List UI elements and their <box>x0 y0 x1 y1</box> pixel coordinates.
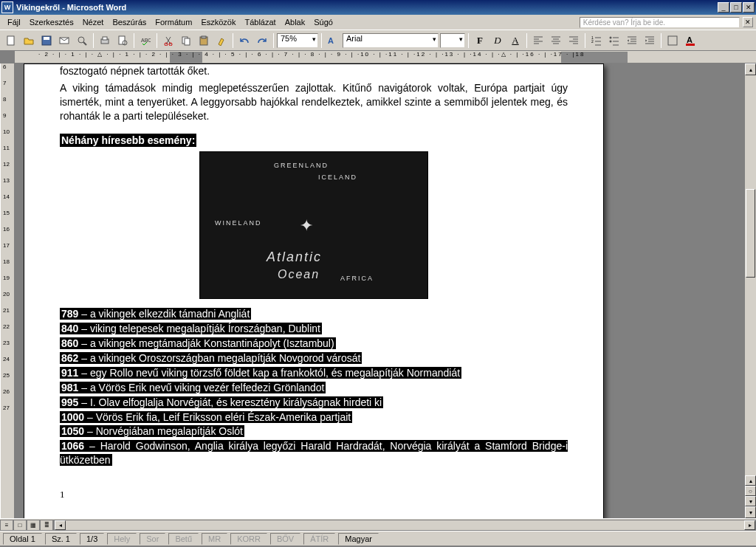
page-number-footer: 1 <box>60 488 568 501</box>
menu-edit[interactable]: Szerkesztés <box>25 16 78 28</box>
timeline-list: 789 – a vikingek elkezdik támadni Angliá… <box>60 307 568 467</box>
window-title: Vikingekről - Microsoft Word <box>16 3 718 12</box>
page: fosztogató népnek tartották őket. A viki… <box>24 63 604 518</box>
minimize-button[interactable]: _ <box>718 2 729 13</box>
zoom-select[interactable]: 75% <box>277 33 318 48</box>
align-center-icon <box>551 35 561 46</box>
menu-view[interactable]: Nézet <box>78 16 109 28</box>
svg-rect-8 <box>119 36 125 44</box>
open-button[interactable] <box>21 32 37 49</box>
close-button[interactable]: ✕ <box>743 2 755 13</box>
timeline-row: 981 – a Vörös Erik nevű viking vezér fel… <box>60 381 568 395</box>
web-view-button[interactable]: □ <box>13 520 27 531</box>
timeline-row: 860 – a vikingek megtámadják Konstantiná… <box>60 337 568 351</box>
scroll-up-button[interactable]: ▴ <box>745 63 756 75</box>
bullet-list-icon <box>609 35 619 46</box>
underline-button[interactable]: A <box>507 32 523 49</box>
print-preview-button[interactable] <box>114 32 131 49</box>
spellcheck-button[interactable]: ABC <box>137 32 154 49</box>
svg-line-5 <box>83 42 86 45</box>
increase-indent-button[interactable] <box>642 32 658 49</box>
doc-close-button[interactable]: ✕ <box>743 17 753 27</box>
help-question-input[interactable]: Kérdése van? Írja be ide. <box>580 17 740 28</box>
font-color-button[interactable]: A <box>682 32 698 49</box>
status-betu: Betű <box>168 533 199 545</box>
border-button[interactable] <box>664 32 681 49</box>
status-lang: Magyar <box>338 533 379 545</box>
paragraph: A viking támadások mindig meglepetésszer… <box>60 81 568 123</box>
menu-format[interactable]: Formátum <box>151 16 196 28</box>
scroll-thumb[interactable] <box>746 189 755 278</box>
bold-button[interactable]: F <box>472 32 488 49</box>
next-page-button[interactable]: ▾ <box>745 496 756 506</box>
svg-rect-22 <box>668 36 677 45</box>
align-left-button[interactable] <box>530 32 546 49</box>
status-bov: BŐV <box>270 533 300 545</box>
status-atir: ÁTÍR <box>303 533 335 545</box>
scroll-left-button[interactable]: ◂ <box>55 520 66 530</box>
vertical-scrollbar[interactable]: ▴ ▴ ○ ▾ ▾ <box>744 63 756 518</box>
email-icon <box>59 35 69 46</box>
align-right-button[interactable] <box>566 32 582 49</box>
events-heading: Néhány híresebb esemény: <box>60 134 196 147</box>
format-painter-button[interactable] <box>213 32 230 49</box>
print-layout-button[interactable]: ▦ <box>27 520 40 531</box>
menu-bar: Fájl Szerkesztés Nézet Beszúrás Formátum… <box>0 15 756 30</box>
horizontal-ruler[interactable]: · 2 · | · 1 · | · △ · | · 1 · | · 2 · | … <box>15 50 756 63</box>
document-area[interactable]: fosztogató népnek tartották őket. A viki… <box>15 63 756 518</box>
italic-button[interactable]: D <box>489 32 506 49</box>
svg-rect-7 <box>103 37 107 40</box>
outline-view-button[interactable]: ≣ <box>40 520 53 531</box>
email-button[interactable] <box>56 32 72 49</box>
status-pages: 1/3 <box>80 533 104 545</box>
bullet-list-button[interactable] <box>606 32 622 49</box>
svg-rect-14 <box>185 38 190 45</box>
timeline-row: 995 – I. Olav elfoglalja Norvégiát, és k… <box>60 396 568 410</box>
vertical-ruler[interactable]: 6789101112131415161718192021222324252627 <box>0 63 15 518</box>
styles-button[interactable]: A <box>325 32 341 49</box>
menu-help[interactable]: Súgó <box>309 16 337 28</box>
prev-page-button[interactable]: ▴ <box>745 475 756 486</box>
svg-point-4 <box>78 37 84 43</box>
status-korr: KORR <box>230 533 267 545</box>
maximize-button[interactable]: □ <box>730 2 742 13</box>
menu-tools[interactable]: Eszközök <box>196 16 240 28</box>
search-button[interactable] <box>74 32 90 49</box>
normal-view-button[interactable]: ≡ <box>0 520 13 531</box>
font-size-select[interactable] <box>440 33 465 48</box>
align-center-button[interactable] <box>548 32 564 49</box>
new-doc-button[interactable] <box>3 32 19 49</box>
timeline-row: 862 – a vikingek Oroszországban megalapí… <box>60 351 568 365</box>
svg-rect-24 <box>686 44 695 46</box>
status-hely: Hely <box>107 533 137 545</box>
menu-table[interactable]: Táblázat <box>240 16 280 28</box>
timeline-row: 1066 – Harold Godwinson, Anglia királya … <box>60 439 568 467</box>
numbered-list-button[interactable]: 12 <box>588 32 605 49</box>
copy-button[interactable] <box>178 32 194 49</box>
scroll-right-button[interactable]: ▸ <box>744 520 755 530</box>
decrease-indent-button[interactable] <box>624 32 640 49</box>
svg-point-20 <box>610 36 612 38</box>
browse-object-button[interactable]: ○ <box>745 486 756 496</box>
outdent-icon <box>627 35 637 46</box>
menu-window[interactable]: Ablak <box>281 16 310 28</box>
preview-icon <box>117 35 128 46</box>
border-icon <box>667 35 678 46</box>
svg-text:2: 2 <box>591 39 594 44</box>
svg-rect-0 <box>7 36 14 45</box>
save-button[interactable] <box>38 32 55 49</box>
menu-insert[interactable]: Beszúrás <box>108 16 151 28</box>
print-button[interactable] <box>97 32 113 49</box>
redo-icon <box>257 35 267 46</box>
redo-button[interactable] <box>254 32 270 49</box>
font-select[interactable]: Arial <box>343 33 439 48</box>
svg-point-21 <box>610 40 612 42</box>
spellcheck-icon: ABC <box>140 35 151 46</box>
paste-button[interactable] <box>196 32 212 49</box>
menu-file[interactable]: Fájl <box>3 16 25 28</box>
undo-button[interactable] <box>236 32 252 49</box>
scroll-down-button[interactable]: ▾ <box>745 506 756 518</box>
horizontal-scrollbar[interactable]: ◂ ▸ <box>54 520 756 531</box>
cut-button[interactable] <box>160 32 176 49</box>
app-icon: W <box>1 1 13 13</box>
